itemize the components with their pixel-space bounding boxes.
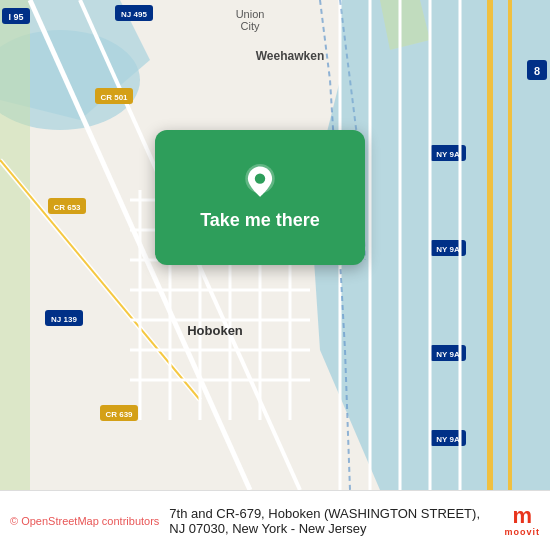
svg-text:CR 653: CR 653 [53, 203, 81, 212]
svg-text:Weehawken: Weehawken [256, 49, 324, 63]
svg-text:NJ 139: NJ 139 [51, 315, 77, 324]
svg-text:Hoboken: Hoboken [187, 323, 243, 338]
svg-text:NY 9A: NY 9A [436, 350, 460, 359]
map-container: I 95 NJ 495 CR 501 CR 653 NJ 139 CR 639 … [0, 0, 550, 490]
osm-attribution: © OpenStreetMap contributors [10, 515, 159, 527]
location-pin-icon [241, 164, 279, 202]
svg-rect-4 [0, 0, 30, 490]
moovit-logo: m moovit [504, 505, 540, 537]
moovit-m-icon: m [512, 505, 532, 527]
svg-point-58 [255, 174, 265, 184]
svg-text:Union: Union [236, 8, 265, 20]
svg-text:CR 639: CR 639 [105, 410, 133, 419]
moovit-brand-text: moovit [504, 527, 540, 537]
svg-text:I 95: I 95 [8, 12, 23, 22]
bottom-bar: © OpenStreetMap contributors 7th and CR-… [0, 490, 550, 550]
svg-text:CR 501: CR 501 [100, 93, 128, 102]
svg-text:City: City [241, 20, 260, 32]
svg-text:NJ 495: NJ 495 [121, 10, 147, 19]
svg-text:8: 8 [534, 65, 540, 77]
svg-text:NY 9A: NY 9A [436, 150, 460, 159]
svg-text:NY 9A: NY 9A [436, 435, 460, 444]
address-text: 7th and CR-679, Hoboken (WASHINGTON STRE… [169, 506, 494, 536]
take-me-label: Take me there [200, 210, 320, 231]
svg-text:NY 9A: NY 9A [436, 245, 460, 254]
take-me-button[interactable]: Take me there [155, 130, 365, 265]
